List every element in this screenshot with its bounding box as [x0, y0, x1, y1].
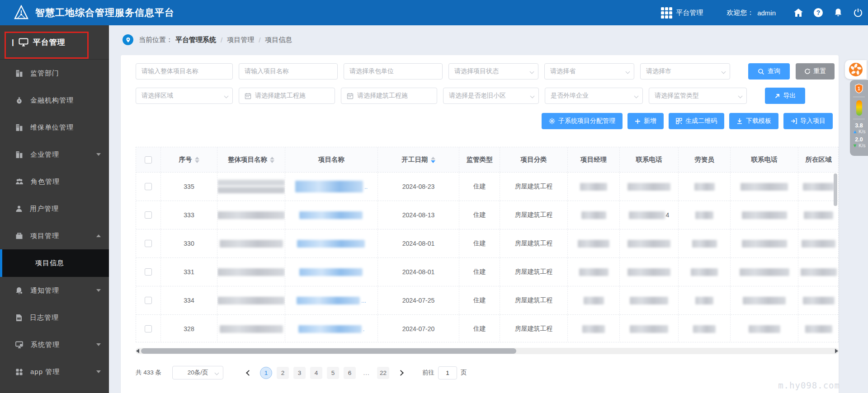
row-checkbox[interactable]	[145, 297, 152, 304]
page-number[interactable]: 22	[377, 367, 389, 379]
sidebar-item-users[interactable]: 用户管理	[0, 195, 109, 222]
scroll-left-icon[interactable]	[136, 349, 139, 353]
page-ellipsis[interactable]: ...	[360, 367, 373, 379]
redacted-overall-name	[220, 240, 283, 248]
table-row: 334 ... 2024-07-25 住建 房屋建筑工程	[136, 286, 838, 314]
sidebar-home-platform[interactable]: | 平台管理	[0, 25, 109, 60]
sidebar-item-system[interactable]: 系统管理	[0, 331, 109, 358]
power-logout-icon[interactable]	[848, 8, 868, 17]
page-number[interactable]: 5	[327, 367, 339, 379]
table-row: 335 .. 2024-08-23 住建 房屋建筑工程	[136, 172, 838, 201]
reset-button[interactable]: 重置	[796, 63, 835, 80]
download-template-button[interactable]: 下载模板	[729, 113, 778, 129]
table-row: 328 . 2024-07-20 住建 房屋建筑工程	[136, 314, 838, 342]
arrow-up-right-icon	[774, 93, 780, 99]
horizontal-scrollbar[interactable]	[136, 348, 839, 354]
scroll-right-icon[interactable]	[835, 349, 838, 353]
bell-gear-icon	[15, 287, 23, 295]
overall-project-name-input[interactable]: 请输入整体项目名称	[136, 63, 233, 80]
help-icon[interactable]: ?	[808, 8, 828, 17]
page-number[interactable]: 2	[277, 367, 289, 379]
sidebar-item-projects[interactable]: 项目管理	[0, 222, 109, 249]
generate-qrcode-button[interactable]: 生成二维码	[669, 113, 724, 129]
province-select[interactable]: 请选择省	[544, 63, 634, 80]
breadcrumb-level2[interactable]: 项目信息	[265, 36, 292, 44]
arrow-up-icon: ▲	[853, 129, 858, 134]
vertical-scrollbar[interactable]	[834, 173, 837, 340]
page-number-current[interactable]: 1	[260, 367, 272, 379]
goto-page-input[interactable]	[438, 366, 457, 379]
sidebar-item-maintenance[interactable]: 维保单位管理	[0, 114, 109, 141]
svg-text:1: 1	[858, 86, 860, 91]
sidebar-item-enterprise[interactable]: 企业管理	[0, 141, 109, 168]
supervision-type-select[interactable]: 请选择监管类型	[649, 88, 747, 104]
sidebar-item-roles[interactable]: 角色管理	[0, 168, 109, 195]
project-name-link[interactable]: ...	[285, 286, 378, 314]
platform-menu-button[interactable]: 平台管理	[676, 9, 703, 17]
apps-grid-icon[interactable]	[661, 7, 672, 19]
project-name-link[interactable]	[285, 258, 378, 286]
app-logo-icon	[14, 5, 29, 20]
breadcrumb-level1[interactable]: 项目管理	[227, 36, 254, 44]
row-checkbox[interactable]	[145, 211, 152, 219]
svg-text:LOG: LOG	[17, 318, 21, 319]
row-checkbox[interactable]	[145, 325, 152, 332]
main-area: 当前位置： 平台管理系统 / 项目管理 / 项目信息 请输入整体项目名称 请输入…	[109, 25, 868, 393]
project-name-link[interactable]: ..	[285, 173, 378, 201]
search-button[interactable]: 查询	[748, 63, 790, 80]
project-name-link[interactable]: .	[285, 315, 378, 342]
next-page-button[interactable]	[394, 366, 407, 379]
table-row: 331 2024-08-01 住建 房屋建筑工程	[136, 257, 838, 286]
redacted-cell	[695, 211, 713, 219]
redacted-cell	[627, 240, 670, 248]
roles-icon	[15, 178, 24, 185]
city-select[interactable]: 请选择市	[640, 63, 730, 80]
notification-bell-icon[interactable]	[828, 8, 848, 17]
swirl-logo-icon	[848, 62, 863, 77]
project-status-select[interactable]: 请选择项目状态	[448, 63, 538, 80]
project-name-link[interactable]	[285, 201, 378, 229]
project-name-input[interactable]: 请输入项目名称	[239, 63, 338, 80]
row-checkbox[interactable]	[145, 183, 152, 190]
select-all-checkbox[interactable]	[145, 156, 152, 164]
import-projects-button[interactable]: 导入项目	[783, 113, 833, 129]
old-community-select[interactable]: 请选择是否老旧小区	[443, 88, 539, 104]
horizontal-scroll-thumb[interactable]	[141, 348, 516, 354]
contractor-select[interactable]: 请选择承包单位	[344, 63, 443, 80]
construction-date-end-picker[interactable]: 请选择建筑工程施	[341, 88, 437, 104]
page-number[interactable]: 3	[293, 367, 306, 379]
external-enterprise-select[interactable]: 是否外埠企业	[545, 88, 643, 104]
sidebar-item-app[interactable]: app 管理	[0, 358, 109, 385]
upload-speed: 3.8	[855, 122, 863, 129]
chevron-down-icon	[96, 153, 101, 156]
export-button[interactable]: 导出	[765, 88, 805, 104]
page-number[interactable]: 6	[344, 367, 356, 379]
construction-date-start-picker[interactable]: 请选择建筑工程施	[239, 88, 335, 104]
add-button[interactable]: 新增	[627, 113, 664, 129]
sort-seq[interactable]	[195, 157, 199, 163]
row-checkbox[interactable]	[145, 268, 152, 276]
refresh-icon	[804, 68, 811, 75]
redacted-cell	[693, 325, 716, 333]
sort-start-date[interactable]	[431, 157, 435, 163]
sidebar-item-regulator[interactable]: 监管部门	[0, 60, 109, 87]
redacted-overall-name	[220, 325, 283, 333]
region-select[interactable]: 请选择区域	[136, 88, 233, 104]
home-icon[interactable]	[788, 8, 808, 17]
browser-assistant-logo[interactable]	[845, 60, 867, 79]
sidebar-item-notifications[interactable]: 通知管理	[0, 277, 109, 304]
network-monitor-widget[interactable]: 1 3.8 ▲ K/s 2.0 ▼ K/s	[850, 80, 868, 156]
prev-page-button[interactable]	[242, 366, 255, 379]
redacted-cell	[630, 297, 668, 304]
project-name-link[interactable]	[285, 229, 378, 257]
breadcrumb-root[interactable]: 平台管理系统	[175, 36, 216, 44]
chevron-down-icon	[738, 94, 743, 98]
sidebar-item-finance[interactable]: ¥ 金融机构管理	[0, 87, 109, 114]
subsystem-assign-button[interactable]: 子系统项目分配管理	[542, 113, 623, 129]
page-number[interactable]: 4	[310, 367, 322, 379]
page-size-select[interactable]: 20条/页	[172, 366, 223, 379]
row-checkbox[interactable]	[145, 240, 152, 247]
sort-overall-name[interactable]	[270, 157, 274, 163]
sidebar-subitem-project-info[interactable]: 项目信息	[0, 249, 109, 277]
sidebar-item-logs[interactable]: LOG 日志管理	[0, 304, 109, 331]
